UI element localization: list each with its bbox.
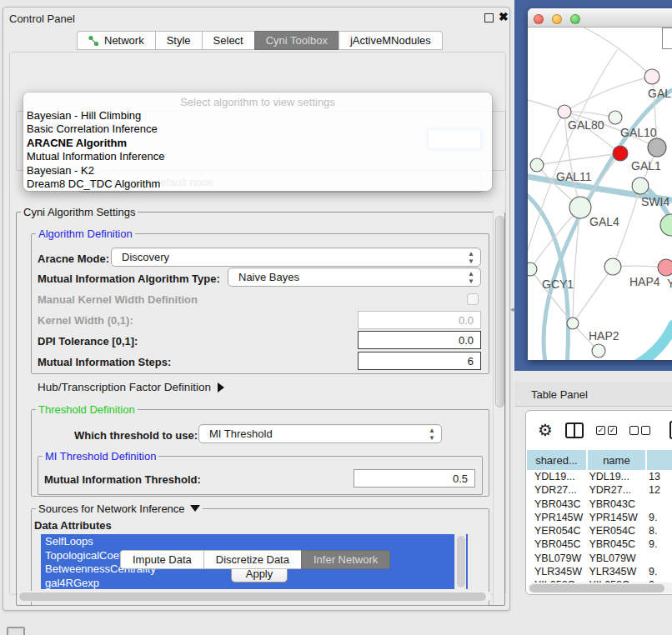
table-cell: YDL19... (587, 471, 646, 484)
data-attributes-label: Data Attributes (34, 519, 112, 532)
mi-steps-field[interactable]: 6 (358, 352, 481, 370)
network-edge[interactable] (573, 267, 613, 323)
table-horizontal-scrollbar[interactable] (528, 582, 672, 593)
aracne-mode-label: Aracne Mode: (38, 252, 109, 265)
bottom-tab-infer-network[interactable]: Infer Network (301, 550, 390, 569)
select-all-checkboxes-icon[interactable]: ✓✓ (596, 426, 617, 435)
table-cell: YLR345W (526, 566, 587, 579)
which-threshold-label: Which threshold to use: (74, 429, 198, 442)
which-threshold-combobox[interactable]: MI Threshold ▲▼ (198, 424, 442, 443)
tab-jactivemnodules[interactable]: jActiveMNodules (339, 31, 443, 50)
columns-icon[interactable] (565, 422, 584, 438)
network-node[interactable] (592, 344, 605, 358)
mac-minimize-icon[interactable] (552, 14, 562, 24)
settings-hscrollbar-thumb[interactable] (19, 592, 486, 601)
table-row[interactable]: YLR345WYLR345W9. (526, 566, 672, 579)
close-icon[interactable]: ✖ (499, 10, 509, 23)
dpi-tolerance-field[interactable]: 0.0 (358, 331, 481, 349)
settings-horizontal-scrollbar[interactable] (18, 591, 491, 602)
network-overview-box[interactable] (662, 28, 672, 49)
tab-cyni-toolbox[interactable]: Cyni Toolbox (254, 31, 339, 50)
table-row[interactable]: YDR27...YDR27...12 (526, 484, 672, 498)
bottom-tab-impute-data[interactable]: Impute Data (120, 550, 203, 569)
network-node-gal1[interactable] (613, 146, 628, 161)
attribute-item[interactable]: SelfLoops (41, 534, 468, 548)
sources-toggle[interactable]: Sources for Network Inference (36, 502, 203, 515)
network-node-swi4[interactable] (632, 178, 649, 194)
attributes-scrollbar-thumb[interactable] (457, 536, 465, 588)
table-row[interactable]: YBL079WYBL079W (526, 552, 672, 566)
tab-style[interactable]: Style (155, 31, 202, 50)
aracne-mode-combobox[interactable]: Discovery ▲▼ (111, 248, 481, 267)
network-window: GALGAL80GAL10GAL1GAL11SWI4GAL4GCY1HAP4YH… (528, 8, 672, 360)
float-window-icon[interactable] (484, 13, 494, 22)
mac-close-icon[interactable] (534, 14, 544, 24)
table-column-header[interactable] (646, 449, 672, 471)
table-cell: YDL19... (526, 471, 587, 484)
control-panel-tabs: NetworkStyleSelectCyni ToolboxjActiveMNo… (77, 31, 443, 50)
network-node[interactable] (648, 138, 666, 157)
minimized-panel-icon[interactable] (7, 627, 25, 635)
network-node-gcy1[interactable] (528, 262, 537, 276)
table-header-row: shared...name (526, 449, 672, 471)
table-toolbar: ⚙ ✓✓ (526, 411, 672, 449)
network-node-y[interactable] (658, 259, 672, 276)
algorithm-option[interactable]: Bayesian - Hill Climbing (23, 108, 492, 122)
table-row[interactable]: YBR043CYBR043C (526, 498, 672, 512)
algorithm-option[interactable]: ARACNE Algorithm (23, 136, 492, 150)
table-column-header[interactable]: shared... (526, 449, 587, 471)
network-node-gal80[interactable] (558, 105, 571, 118)
settings-vscrollbar-thumb[interactable] (495, 216, 504, 408)
mi-algorithm-type-combobox[interactable]: Naive Bayes ▲▼ (228, 268, 481, 287)
network-node-hap4[interactable] (604, 258, 621, 275)
table-column-header[interactable]: name (587, 449, 646, 471)
network-edge[interactable] (564, 77, 652, 112)
bottom-tab-discretize-data[interactable]: Discretize Data (203, 550, 301, 569)
network-node-gal11[interactable] (530, 158, 544, 172)
table-panel-title: Table Panel (531, 388, 588, 401)
attributes-list-scrollbar[interactable] (454, 534, 466, 590)
settings-vertical-scrollbar[interactable] (493, 209, 504, 604)
gear-icon[interactable]: ⚙ (538, 420, 553, 440)
table-cell: YBR045C (526, 538, 587, 552)
control-panel-title: Control Panel (9, 12, 75, 25)
hub-definition-toggle[interactable]: Hub/Transcription Factor Definition (38, 381, 224, 393)
table-cell: YLR345W (587, 566, 646, 579)
algorithm-option[interactable]: Basic Correlation Inference (23, 122, 492, 137)
table-hscrollbar-thumb[interactable] (529, 584, 664, 592)
network-edge[interactable] (621, 325, 672, 360)
network-node-gal10[interactable] (609, 111, 622, 124)
algorithm-option[interactable]: Mutual Information Inference (23, 150, 492, 164)
collapse-down-icon (190, 505, 200, 512)
network-node-gal4[interactable] (569, 197, 591, 218)
tab-select[interactable]: Select (202, 31, 254, 50)
algorithm-option[interactable]: Dream8 DC_TDC Algorithm (23, 178, 492, 192)
algorithm-dropdown-items: Bayesian - Hill ClimbingBasic Correlatio… (23, 108, 492, 191)
tab-network[interactable]: Network (77, 31, 155, 50)
cyni-toolbox-content: Inference Algorithm galFiltered.sif defa… (9, 52, 506, 595)
table-row[interactable]: YPR145WYPR145W9. (526, 512, 672, 525)
table-cell: 9. (646, 512, 672, 525)
cyni-algorithm-settings-title: Cyni Algorithm Settings (21, 206, 138, 218)
table-cell: YER054C (526, 525, 587, 538)
table-row[interactable]: YER054CYER054C8. (526, 525, 672, 538)
network-edge[interactable] (584, 28, 652, 77)
network-node-hap2[interactable] (567, 318, 579, 329)
splitpane-collapse-handle[interactable]: ◂ (510, 305, 514, 313)
mi-threshold-field[interactable]: 0.5 (354, 469, 475, 488)
network-window-titlebar[interactable] (528, 8, 672, 28)
network-canvas[interactable]: GALGAL80GAL10GAL1GAL11SWI4GAL4GCY1HAP4YH… (528, 28, 672, 360)
algorithm-option[interactable]: Bayesian - K2 (23, 163, 492, 178)
network-node[interactable] (660, 214, 672, 236)
network-node-gal[interactable] (644, 69, 659, 84)
kernel-width-field[interactable]: 0.0 (358, 311, 481, 329)
control-panel-window: Control Panel ✖ NetworkStyleSelectCyni T… (3, 7, 510, 611)
table-row[interactable]: YDL19...YDL19...13 (526, 471, 672, 484)
manual-kernel-checkbox[interactable] (467, 293, 479, 305)
table-row[interactable]: YBR045CYBR045C9. (526, 538, 672, 552)
mac-zoom-icon[interactable] (570, 14, 580, 24)
table-cell: YER054C (587, 525, 646, 538)
stepper-arrows-icon: ▲▼ (468, 270, 474, 285)
network-edge[interactable] (537, 112, 564, 165)
deselect-all-checkboxes-icon[interactable] (629, 426, 650, 435)
